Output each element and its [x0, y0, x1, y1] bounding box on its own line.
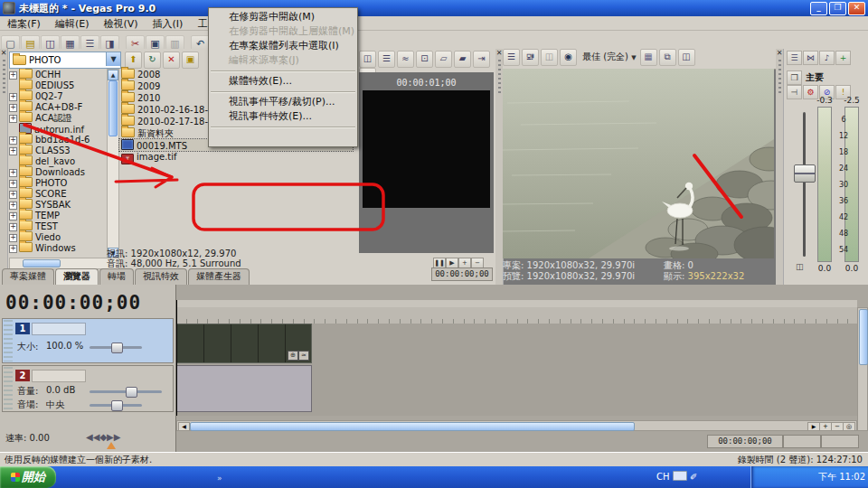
context-menu-item[interactable]: 視訊事件平移/裁切(P)...: [209, 95, 357, 109]
timeline-cursor[interactable]: [176, 300, 177, 416]
save-trim-icon[interactable]: ◫: [359, 51, 376, 68]
menu-1[interactable]: 檔案(F): [0, 16, 48, 32]
volume-value[interactable]: 0.0 dB: [46, 385, 75, 395]
expand-icon[interactable]: +: [9, 234, 17, 242]
quality-color-icon[interactable]: ◉: [560, 49, 577, 66]
track-grip[interactable]: [4, 320, 13, 361]
menu-3[interactable]: 檢視(V): [96, 16, 145, 32]
slider-handle[interactable]: [126, 387, 137, 398]
downmix-icon[interactable]: ⋈: [803, 51, 818, 65]
zoom-out-icon[interactable]: −: [831, 422, 844, 431]
mixer-properties-icon[interactable]: ☰: [787, 51, 802, 65]
expand-icon[interactable]: +: [9, 93, 17, 101]
scroll-up-icon[interactable]: ▲: [108, 70, 118, 80]
fit-icon[interactable]: ⊡: [416, 51, 433, 68]
new-folder-icon[interactable]: ▣: [182, 52, 199, 69]
delete-icon[interactable]: ✕: [163, 52, 180, 69]
maximize-button[interactable]: ❐: [829, 2, 846, 15]
pen-icon[interactable]: ✐: [690, 472, 697, 482]
expand-icon[interactable]: +: [9, 71, 17, 80]
audio-track-header[interactable]: 2 音量: 0.0 dB 音場: 中央: [2, 365, 174, 412]
time-ruler[interactable]: [176, 307, 857, 324]
dim-output-icon[interactable]: ♪: [819, 51, 835, 65]
timeline-hscrollbar[interactable]: ◀ ▶ + − ◎: [176, 420, 857, 431]
tab-媒體產生器[interactable]: 媒體產生器: [188, 268, 250, 285]
overlay-b-icon[interactable]: ▰: [454, 51, 471, 68]
scroll-thumb[interactable]: [190, 422, 635, 431]
file-item[interactable]: Timage.tif: [119, 151, 353, 163]
fader-mode-icon[interactable]: ⊣: [787, 85, 802, 99]
tree-item[interactable]: +Windows: [9, 242, 105, 253]
pan-slider[interactable]: [90, 404, 142, 407]
expand-icon[interactable]: +: [9, 180, 17, 188]
selection-field[interactable]: [783, 435, 821, 448]
master-fader-handle[interactable]: [794, 164, 816, 183]
expand-icon[interactable]: +: [9, 202, 17, 210]
scroll-thumb[interactable]: [108, 80, 118, 136]
close-panel-icon[interactable]: ✕: [495, 49, 503, 57]
scroll-thumb[interactable]: [859, 309, 868, 365]
track-grip[interactable]: [4, 367, 13, 410]
tree-scrollbar[interactable]: ▲ ▼: [107, 69, 119, 258]
zoom-tool-icon[interactable]: ◎: [843, 422, 855, 431]
video-event[interactable]: ⊕ ≈: [176, 324, 312, 363]
window-icon[interactable]: ❒: [787, 70, 802, 85]
expand-icon[interactable]: +: [9, 191, 17, 199]
zoom-in-icon[interactable]: +: [819, 422, 832, 431]
selection-field[interactable]: [821, 435, 859, 448]
context-menu-item[interactable]: 媒體特效(E)...: [209, 74, 357, 89]
start-button[interactable]: 開始: [0, 466, 56, 488]
tab-轉場[interactable]: 轉場: [99, 268, 134, 285]
trim-fx-icon[interactable]: ≈: [397, 51, 414, 68]
context-menu-item[interactable]: 在修剪器中開啟(M): [209, 10, 357, 24]
external-monitor-icon[interactable]: 🖳: [522, 49, 539, 66]
audio-event[interactable]: [176, 365, 312, 412]
menu-4[interactable]: 插入(I): [146, 16, 191, 32]
volume-slider[interactable]: [90, 390, 162, 393]
context-menu-item[interactable]: [209, 130, 357, 145]
save-snapshot-icon[interactable]: ◫: [678, 49, 695, 66]
context-menu-item[interactable]: 在專案媒體列表中選取(I): [209, 39, 357, 53]
tab-瀏覽器[interactable]: 瀏覽器: [55, 268, 99, 285]
track-name-field[interactable]: [32, 370, 86, 382]
size-slider[interactable]: [90, 346, 142, 349]
track-name-field[interactable]: [32, 323, 86, 335]
refresh-icon[interactable]: ↻: [144, 52, 161, 69]
expand-icon[interactable]: +: [9, 245, 17, 253]
tree-item[interactable]: +ACA認證: [9, 112, 105, 123]
close-button[interactable]: ✕: [848, 2, 865, 15]
context-menu-item[interactable]: 視訊事件特效(E)...: [209, 109, 357, 124]
tc-in-icon[interactable]: ⇥: [473, 51, 490, 68]
expand-icon[interactable]: +: [9, 147, 17, 155]
track-size-value[interactable]: 100.0 %: [46, 341, 83, 351]
split-screen-icon[interactable]: ◫: [541, 49, 558, 66]
expand-icon[interactable]: +: [9, 212, 17, 221]
overlay-grid-icon[interactable]: ▦: [640, 49, 657, 66]
slider-handle[interactable]: [111, 400, 123, 411]
close-panel-icon[interactable]: ✕: [0, 49, 7, 57]
scroll-right-icon[interactable]: ▶: [807, 422, 820, 431]
preview-quality-dropdown[interactable]: 最佳 (完全) ▼: [579, 51, 640, 63]
language-indicator[interactable]: CH ✐: [656, 466, 697, 488]
tab-視訊特效[interactable]: 視訊特效: [135, 268, 187, 285]
expand-icon[interactable]: +: [9, 223, 17, 231]
shuttle-control[interactable]: ◀◀◆▶▶: [86, 432, 120, 442]
scroll-left-icon[interactable]: ◀: [178, 422, 190, 431]
add-bus-icon[interactable]: +: [835, 51, 851, 65]
lock-fader-icon[interactable]: ◫: [796, 262, 804, 271]
expand-icon[interactable]: +: [9, 136, 17, 145]
panel-grip[interactable]: ✕: [776, 49, 784, 285]
overlay-a-icon[interactable]: ▱: [435, 51, 452, 68]
panel-grip[interactable]: ✕: [0, 49, 8, 285]
chevron-icon[interactable]: »: [217, 474, 222, 483]
menu-2[interactable]: 編輯(E): [48, 16, 97, 32]
minimize-button[interactable]: _: [810, 2, 827, 15]
event-fx-icon[interactable]: ≈: [298, 351, 309, 361]
expand-icon[interactable]: +: [9, 115, 17, 123]
expand-icon[interactable]: +: [9, 169, 17, 177]
selection-timecode[interactable]: 00:00:00;00: [707, 435, 783, 448]
pan-value[interactable]: 中央: [46, 399, 64, 411]
copy-snapshot-icon[interactable]: ⧉: [659, 49, 676, 66]
address-combo[interactable]: PHOTO ▼: [9, 52, 121, 69]
keyboard-icon[interactable]: [673, 471, 687, 481]
